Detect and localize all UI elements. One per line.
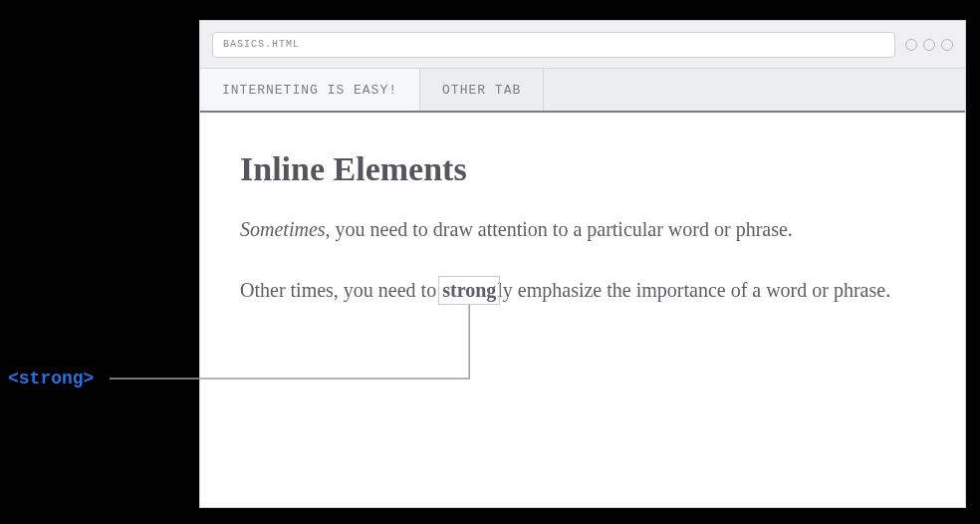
tab-other[interactable]: OTHER TAB xyxy=(420,69,544,111)
tab-label: INTERNETING IS EASY! xyxy=(222,83,397,98)
window-control-icon[interactable] xyxy=(923,39,935,51)
page-content: Inline Elements Sometimes, you need to d… xyxy=(200,113,965,374)
paragraph-text: ly emphasize the importance of a word or… xyxy=(497,279,890,301)
paragraph-text: Other times, you need to xyxy=(240,279,441,301)
tabs-row: INTERNETING IS EASY! OTHER TAB xyxy=(200,69,965,113)
address-bar[interactable]: BASICS.HTML xyxy=(212,32,895,58)
strong-text-highlight: strong xyxy=(438,276,500,305)
window-controls xyxy=(905,39,953,51)
paragraph-text: you need to draw attention to a particul… xyxy=(331,218,793,240)
paragraph-2: Other times, you need to strongly emphas… xyxy=(240,275,925,306)
browser-window: BASICS.HTML INTERNETING IS EASY! OTHER T… xyxy=(199,20,966,508)
tab-active[interactable]: INTERNETING IS EASY! xyxy=(200,69,420,111)
address-bar-url: BASICS.HTML xyxy=(223,39,300,50)
tab-label: OTHER TAB xyxy=(442,83,521,98)
window-control-icon[interactable] xyxy=(905,39,917,51)
page-title: Inline Elements xyxy=(240,150,925,188)
browser-chrome-top: BASICS.HTML xyxy=(200,21,965,69)
window-control-icon[interactable] xyxy=(941,39,953,51)
paragraph-1: Sometimes, you need to draw attention to… xyxy=(240,214,925,245)
annotation-label-strong: <strong> xyxy=(8,369,94,389)
emphasized-text: Sometimes, xyxy=(240,218,331,240)
